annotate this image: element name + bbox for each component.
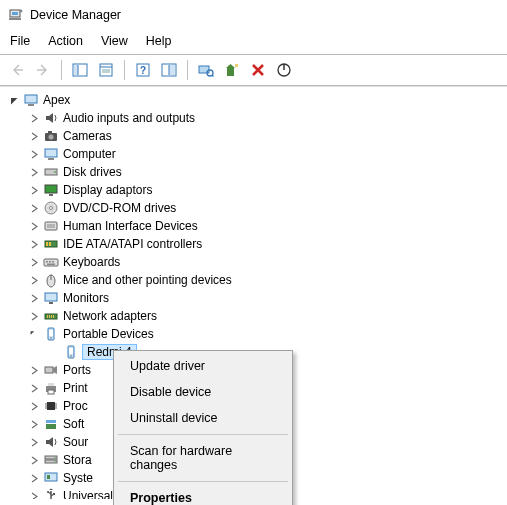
chevron-right-icon[interactable] <box>28 130 40 142</box>
tree-root[interactable]: Apex <box>8 91 507 109</box>
chevron-right-icon[interactable] <box>28 418 40 430</box>
chevron-down-icon[interactable] <box>8 94 20 106</box>
tree-item-label[interactable]: Monitors <box>63 291 109 305</box>
tree-item[interactable]: Human Interface Devices <box>28 217 507 235</box>
svg-rect-43 <box>49 261 51 263</box>
tree-item-label[interactable]: Ports <box>63 363 91 377</box>
svg-point-57 <box>50 337 52 339</box>
tree-item-label[interactable]: Syste <box>63 471 93 485</box>
menu-scan-hardware[interactable]: Scan for hardware changes <box>116 438 290 478</box>
menu-separator <box>118 434 288 435</box>
menu-help[interactable]: Help <box>146 34 172 48</box>
chevron-right-icon[interactable] <box>28 436 40 448</box>
svg-rect-28 <box>48 158 54 160</box>
computer-icon <box>23 92 39 108</box>
svg-point-3 <box>20 10 23 13</box>
tree-item[interactable]: Display adaptors <box>28 181 507 199</box>
chevron-right-icon[interactable] <box>28 382 40 394</box>
tree-item[interactable]: Computer <box>28 145 507 163</box>
tree-item-label[interactable]: Human Interface Devices <box>63 219 198 233</box>
tree-item-label[interactable]: Mice and other pointing devices <box>63 273 232 287</box>
properties-button[interactable] <box>95 59 117 81</box>
svg-rect-40 <box>49 242 51 246</box>
chevron-right-icon[interactable] <box>28 400 40 412</box>
titlebar: Device Manager <box>0 0 507 30</box>
spacer <box>48 346 60 358</box>
action-center-button[interactable] <box>158 59 180 81</box>
chevron-right-icon[interactable] <box>28 166 40 178</box>
tree-item-label[interactable]: Cameras <box>63 129 112 143</box>
chevron-right-icon[interactable] <box>28 256 40 268</box>
uninstall-button[interactable] <box>247 59 269 81</box>
tree-item[interactable]: Mice and other pointing devices <box>28 271 507 289</box>
tree-item[interactable]: DVD/CD-ROM drives <box>28 199 507 217</box>
chevron-right-icon[interactable] <box>28 490 40 499</box>
chevron-right-icon[interactable] <box>28 292 40 304</box>
svg-rect-54 <box>53 315 54 318</box>
chevron-right-icon[interactable] <box>28 238 40 250</box>
chevron-right-icon[interactable] <box>28 274 40 286</box>
tree-item-label[interactable]: Computer <box>63 147 116 161</box>
chevron-right-icon[interactable] <box>28 310 40 322</box>
chevron-right-icon[interactable] <box>28 148 40 160</box>
svg-rect-14 <box>169 65 175 75</box>
chevron-right-icon[interactable] <box>28 364 40 376</box>
printer-icon <box>43 380 59 396</box>
tree-item-label[interactable]: Print <box>63 381 88 395</box>
scan-button[interactable] <box>195 59 217 81</box>
menu-properties[interactable]: Properties <box>116 485 290 505</box>
svg-point-60 <box>70 355 72 357</box>
svg-rect-73 <box>46 424 56 429</box>
system-icon <box>43 470 59 486</box>
tree-item[interactable]: Network adapters <box>28 307 507 325</box>
disable-button[interactable] <box>273 59 295 81</box>
chevron-right-icon[interactable] <box>28 202 40 214</box>
tree-item-label[interactable]: Network adapters <box>63 309 157 323</box>
chevron-right-icon[interactable] <box>28 472 40 484</box>
menu-uninstall-device[interactable]: Uninstall device <box>116 405 290 431</box>
menu-action[interactable]: Action <box>48 34 83 48</box>
chevron-right-icon[interactable] <box>28 112 40 124</box>
tree-item[interactable]: Audio inputs and outputs <box>28 109 507 127</box>
menu-disable-device[interactable]: Disable device <box>116 379 290 405</box>
processor-icon <box>43 398 59 414</box>
tree-item-label[interactable]: IDE ATA/ATAPI controllers <box>63 237 202 251</box>
svg-point-25 <box>49 135 54 140</box>
tree-item-label[interactable]: DVD/CD-ROM drives <box>63 201 176 215</box>
tree-item-label[interactable]: Soft <box>63 417 84 431</box>
svg-rect-65 <box>47 402 55 410</box>
tree-item-label[interactable]: Stora <box>63 453 92 467</box>
tree-item-label[interactable]: Disk drives <box>63 165 122 179</box>
menu-file[interactable]: File <box>10 34 30 48</box>
tree-item[interactable]: IDE ATA/ATAPI controllers <box>28 235 507 253</box>
tree-item[interactable]: Cameras <box>28 127 507 145</box>
tree-item-label[interactable]: Keyboards <box>63 255 120 269</box>
tree-item-label[interactable]: Audio inputs and outputs <box>63 111 195 125</box>
menu-update-driver[interactable]: Update driver <box>116 353 290 379</box>
tree-item[interactable]: Disk drives <box>28 163 507 181</box>
svg-point-76 <box>54 457 55 458</box>
svg-point-82 <box>47 491 49 493</box>
console-tree-button[interactable] <box>69 59 91 81</box>
tree-root-label[interactable]: Apex <box>43 93 70 107</box>
portable-icon <box>43 326 59 342</box>
tree-item[interactable]: Keyboards <box>28 253 507 271</box>
svg-rect-51 <box>47 315 48 318</box>
tree-item-label[interactable]: Proc <box>63 399 88 413</box>
help-button[interactable]: ? <box>132 59 154 81</box>
svg-rect-39 <box>46 242 48 246</box>
update-driver-button[interactable] <box>221 59 243 81</box>
portable-device-icon <box>63 344 79 360</box>
chevron-right-icon[interactable] <box>28 220 40 232</box>
menu-view[interactable]: View <box>101 34 128 48</box>
svg-rect-52 <box>49 315 50 318</box>
chevron-down-icon[interactable] <box>28 328 40 340</box>
tree-item-label[interactable]: Display adaptors <box>63 183 152 197</box>
tree-item-label[interactable]: Sour <box>63 435 88 449</box>
tree-item[interactable]: Monitors <box>28 289 507 307</box>
chevron-right-icon[interactable] <box>28 454 40 466</box>
camera-icon <box>43 128 59 144</box>
tree-item-label[interactable]: Portable Devices <box>63 327 154 341</box>
tree-item[interactable]: Portable Devices <box>28 325 507 343</box>
chevron-right-icon[interactable] <box>28 184 40 196</box>
